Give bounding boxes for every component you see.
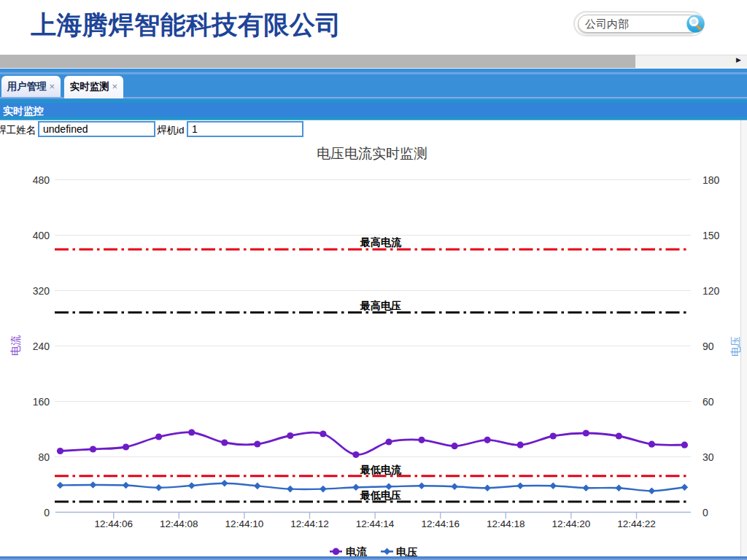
svg-text:12:44:18: 12:44:18 <box>487 518 525 529</box>
svg-text:60: 60 <box>703 396 714 408</box>
svg-text:最低电流: 最低电流 <box>360 464 402 475</box>
svg-text:90: 90 <box>703 341 714 352</box>
svg-text:最高电流: 最高电流 <box>360 236 402 248</box>
svg-text:320: 320 <box>33 285 50 297</box>
svg-text:30: 30 <box>703 451 714 463</box>
svg-text:12:44:16: 12:44:16 <box>421 518 460 529</box>
svg-text:电压: 电压 <box>729 336 741 357</box>
svg-text:400: 400 <box>33 230 50 241</box>
svg-text:12:44:14: 12:44:14 <box>356 518 395 529</box>
svg-text:160: 160 <box>33 396 50 408</box>
svg-text:240: 240 <box>33 341 50 352</box>
svg-text:最高电压: 最高电压 <box>360 300 401 311</box>
svg-text:12:44:06: 12:44:06 <box>95 518 133 529</box>
svg-text:12:44:20: 12:44:20 <box>552 518 591 529</box>
svg-text:12:44:10: 12:44:10 <box>225 518 264 529</box>
svg-text:480: 480 <box>33 174 50 186</box>
svg-text:12:44:22: 12:44:22 <box>617 518 656 529</box>
svg-text:12:44:08: 12:44:08 <box>160 518 198 529</box>
svg-text:电流: 电流 <box>9 335 21 356</box>
svg-text:180: 180 <box>703 174 720 186</box>
svg-text:0: 0 <box>44 507 50 518</box>
svg-text:150: 150 <box>703 230 720 241</box>
svg-text:0: 0 <box>703 507 708 518</box>
svg-text:最低电压: 最低电压 <box>360 489 401 501</box>
svg-text:120: 120 <box>703 285 720 297</box>
svg-text:80: 80 <box>38 451 50 463</box>
svg-text:12:44:12: 12:44:12 <box>290 518 329 529</box>
svg-text:电压电流实时监测: 电压电流实时监测 <box>317 146 427 161</box>
